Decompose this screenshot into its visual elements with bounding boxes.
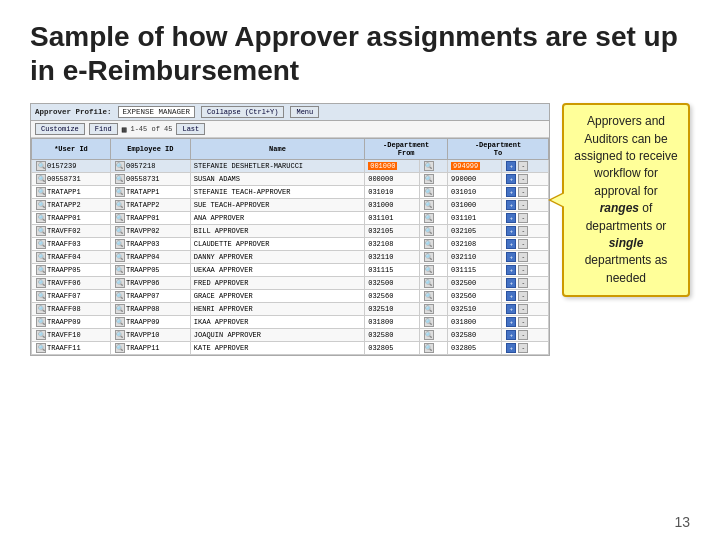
search-icon[interactable]: 🔍 — [424, 343, 434, 353]
search-icon[interactable]: 🔍 — [424, 252, 434, 262]
search-icon[interactable]: 🔍 — [424, 213, 434, 223]
cell-dept-from-icon: 🔍 — [419, 251, 448, 264]
add-icon[interactable]: + — [506, 187, 516, 197]
search-icon[interactable]: 🔍 — [424, 174, 434, 184]
search-icon[interactable]: 🔍 — [424, 330, 434, 340]
cell-dept-to: 990000 — [448, 173, 502, 186]
add-icon[interactable]: + — [506, 252, 516, 262]
search-icon[interactable]: 🔍 — [115, 304, 125, 314]
search-icon[interactable]: 🔍 — [36, 187, 46, 197]
cell-empid: 🔍TRAAPP03 — [110, 238, 190, 251]
add-icon[interactable]: + — [506, 304, 516, 314]
delete-icon[interactable]: - — [518, 187, 528, 197]
search-icon[interactable]: 🔍 — [36, 226, 46, 236]
delete-icon[interactable]: - — [518, 317, 528, 327]
delete-icon[interactable]: - — [518, 330, 528, 340]
search-icon[interactable]: 🔍 — [424, 278, 434, 288]
search-icon[interactable]: 🔍 — [424, 200, 434, 210]
delete-icon[interactable]: - — [518, 265, 528, 275]
search-icon[interactable]: 🔍 — [36, 252, 46, 262]
search-icon[interactable]: 🔍 — [36, 200, 46, 210]
add-icon[interactable]: + — [506, 161, 516, 171]
last-btn[interactable]: Last — [176, 123, 205, 135]
search-icon[interactable]: 🔍 — [424, 187, 434, 197]
add-icon[interactable]: + — [506, 291, 516, 301]
delete-icon[interactable]: - — [518, 226, 528, 236]
delete-icon[interactable]: - — [518, 343, 528, 353]
search-icon[interactable]: 🔍 — [424, 161, 434, 171]
add-icon[interactable]: + — [506, 174, 516, 184]
search-icon[interactable]: 🔍 — [115, 213, 125, 223]
delete-icon[interactable]: - — [518, 200, 528, 210]
delete-icon[interactable]: - — [518, 174, 528, 184]
callout-text-1: Approvers and Auditors can be assigned t… — [574, 114, 677, 198]
search-icon[interactable]: 🔍 — [115, 187, 125, 197]
add-icon[interactable]: + — [506, 317, 516, 327]
search-icon[interactable]: 🔍 — [424, 239, 434, 249]
delete-icon[interactable]: - — [518, 239, 528, 249]
find-btn[interactable]: Find — [89, 123, 118, 135]
search-icon[interactable]: 🔍 — [115, 265, 125, 275]
search-icon[interactable]: 🔍 — [36, 317, 46, 327]
delete-icon[interactable]: - — [518, 213, 528, 223]
search-icon[interactable]: 🔍 — [115, 239, 125, 249]
add-icon[interactable]: + — [506, 200, 516, 210]
delete-icon[interactable]: - — [518, 291, 528, 301]
add-icon[interactable]: + — [506, 330, 516, 340]
col-dept-from: -DepartmentFrom — [365, 139, 448, 160]
search-icon[interactable]: 🔍 — [115, 317, 125, 327]
content-area: Approver Profile: EXPENSE MANAGER Collap… — [30, 103, 690, 356]
search-icon[interactable]: 🔍 — [36, 343, 46, 353]
add-icon[interactable]: + — [506, 213, 516, 223]
filter-icon[interactable]: ▦ — [122, 125, 127, 134]
search-icon[interactable]: 🔍 — [36, 278, 46, 288]
add-icon[interactable]: + — [506, 278, 516, 288]
search-icon[interactable]: 🔍 — [424, 265, 434, 275]
search-icon[interactable]: 🔍 — [36, 291, 46, 301]
delete-icon[interactable]: - — [518, 278, 528, 288]
search-icon[interactable]: 🔍 — [424, 226, 434, 236]
cell-dept-from: 031101 — [365, 212, 419, 225]
search-icon[interactable]: 🔍 — [36, 330, 46, 340]
table-row: 🔍TRAAPP09🔍TRAAPP09IKAA APPROVER031800🔍03… — [32, 316, 549, 329]
add-icon[interactable]: + — [506, 239, 516, 249]
cell-name: STEFANIE TEACH-APPROVER — [190, 186, 364, 199]
search-icon[interactable]: 🔍 — [115, 200, 125, 210]
customize-btn[interactable]: Customize — [35, 123, 85, 135]
search-icon[interactable]: 🔍 — [36, 213, 46, 223]
delete-icon[interactable]: - — [518, 161, 528, 171]
search-icon[interactable]: 🔍 — [36, 304, 46, 314]
profile-label: Approver Profile: — [35, 108, 112, 116]
table-row: 🔍TRAAPP05🔍TRAAPP05UEKAA APPROVER031115🔍0… — [32, 264, 549, 277]
search-icon[interactable]: 🔍 — [115, 226, 125, 236]
search-icon[interactable]: 🔍 — [424, 317, 434, 327]
cell-dept-to: 032510 — [448, 303, 502, 316]
search-icon[interactable]: 🔍 — [424, 291, 434, 301]
search-icon[interactable]: 🔍 — [115, 330, 125, 340]
search-icon[interactable]: 🔍 — [115, 252, 125, 262]
cell-dept-to: 032560 — [448, 290, 502, 303]
add-icon[interactable]: + — [506, 265, 516, 275]
delete-icon[interactable]: - — [518, 304, 528, 314]
cell-dept-from-icon: 🔍 — [419, 277, 448, 290]
search-icon[interactable]: 🔍 — [115, 291, 125, 301]
add-icon[interactable]: + — [506, 343, 516, 353]
search-icon[interactable]: 🔍 — [36, 265, 46, 275]
search-icon[interactable]: 🔍 — [424, 304, 434, 314]
search-icon[interactable]: 🔍 — [36, 174, 46, 184]
delete-icon[interactable]: - — [518, 252, 528, 262]
cell-actions: +- — [502, 186, 549, 199]
cell-dept-to: 031000 — [448, 199, 502, 212]
collapse-btn[interactable]: Collapse (Ctrl+Y) — [201, 106, 284, 118]
search-icon[interactable]: 🔍 — [36, 161, 46, 171]
search-icon[interactable]: 🔍 — [115, 161, 125, 171]
table-row: 🔍00558731🔍00558731SUSAN ADAMS000000🔍9900… — [32, 173, 549, 186]
add-icon[interactable]: + — [506, 226, 516, 236]
search-icon[interactable]: 🔍 — [115, 278, 125, 288]
table-row: 🔍TRAVFF06🔍TRAVPP06FRED APPROVER032500🔍03… — [32, 277, 549, 290]
search-icon[interactable]: 🔍 — [36, 239, 46, 249]
search-icon[interactable]: 🔍 — [115, 174, 125, 184]
cell-empid: 🔍TRAVPP10 — [110, 329, 190, 342]
menu-btn[interactable]: Menu — [290, 106, 319, 118]
search-icon[interactable]: 🔍 — [115, 343, 125, 353]
